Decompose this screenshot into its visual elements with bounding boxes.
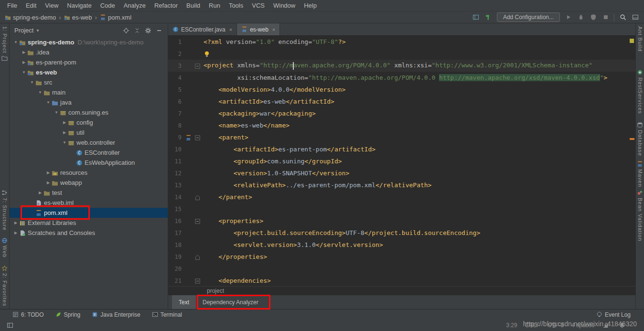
tree-item-util[interactable]: ▶util <box>10 128 168 138</box>
code-line-5[interactable]: 5 <modelVersion>4.0.0</modelVersion> <box>168 84 635 96</box>
tree-item-src[interactable]: ▼src <box>10 77 168 87</box>
add-configuration-button[interactable]: Add Configuration... <box>497 12 560 22</box>
tree-item-java[interactable]: ▼java <box>10 97 168 107</box>
collapse-all-icon[interactable] <box>133 26 141 34</box>
code-line-13[interactable]: 13 <relativePath>../es-parent-pom/pom.xm… <box>168 179 635 191</box>
tool-stripe-1-project[interactable]: 1: Project <box>0 26 9 61</box>
menu-navigate[interactable]: Navigate <box>63 0 96 11</box>
expand-arrow-icon[interactable]: ▶ <box>21 60 27 64</box>
code-line-19[interactable]: 19 </properties> <box>168 251 635 263</box>
project-panel-title[interactable]: Project <box>14 27 33 34</box>
close-icon[interactable]: × <box>272 27 275 32</box>
toolwindow-layout-icon[interactable] <box>472 13 480 21</box>
collapse-arrow-icon[interactable]: ▼ <box>53 110 60 115</box>
code-line-12[interactable]: 12 <version>1.0-SNAPSHOT</version> <box>168 167 635 179</box>
expand-arrow-icon[interactable]: ▶ <box>61 120 68 125</box>
menu-view[interactable]: View <box>41 0 63 11</box>
expand-arrow-icon[interactable]: ▶ <box>12 221 19 225</box>
run-icon[interactable] <box>564 13 572 21</box>
breadcrumb-item-pom-xml[interactable]: mpom.xml <box>100 14 131 21</box>
tool-stripe-ant-build[interactable]: Ant Build <box>636 26 644 52</box>
tree-item-com-suning-es[interactable]: ▼com.suning.es <box>10 107 168 117</box>
fold-end-icon[interactable] <box>193 253 202 260</box>
expand-arrow-icon[interactable]: ▶ <box>45 181 52 185</box>
tool-stripe-2-favorites[interactable]: 2: Favorites <box>0 265 9 306</box>
code-line-17[interactable]: 17 <project.build.sourceEncoding>UTF-8</… <box>168 227 635 239</box>
tree-item-idea[interactable]: ▶.idea <box>10 47 168 57</box>
close-icon[interactable]: × <box>229 27 232 32</box>
stop-icon[interactable] <box>601 13 610 21</box>
collapse-arrow-icon[interactable]: ▼ <box>21 70 27 75</box>
hide-panels-icon[interactable] <box>631 13 639 21</box>
fold-collapse-icon[interactable] <box>193 62 202 69</box>
breadcrumb-item-spring-es-demo[interactable]: spring-es-demo <box>5 14 56 21</box>
tree-item-resources[interactable]: ▶resources <box>10 168 168 178</box>
maven-gutter-icon[interactable]: m <box>183 134 193 141</box>
menu-run[interactable]: Run <box>204 0 225 11</box>
code-line-3[interactable]: 3<project xmlns="http://maven.apache.org… <box>168 60 635 72</box>
expand-arrow-icon[interactable]: ▶ <box>45 171 52 175</box>
collapse-arrow-icon[interactable]: ▼ <box>12 40 19 44</box>
status-widget-java-enterprise[interactable]: EJava Enterprise <box>92 311 140 318</box>
code-line-14[interactable]: 14 </parent> <box>168 191 635 203</box>
chevron-down-icon[interactable]: ▾ <box>36 28 39 33</box>
code-editor[interactable]: 1<?xml version="1.0" encoding="UTF-8"?>2… <box>168 36 635 286</box>
debug-icon[interactable] <box>577 13 585 21</box>
menu-build[interactable]: Build <box>182 0 204 11</box>
menu-window[interactable]: Window <box>269 0 300 11</box>
code-line-15[interactable]: 15 <box>168 203 635 215</box>
settings-gear-icon[interactable] <box>144 26 152 34</box>
coverage-icon[interactable] <box>589 13 597 21</box>
tree-item-es-web-iml[interactable]: es-web.iml <box>10 198 168 208</box>
tree-item-test[interactable]: ▶test <box>10 188 168 198</box>
expand-arrow-icon[interactable]: ▶ <box>21 50 27 54</box>
fold-collapse-icon[interactable] <box>193 134 202 141</box>
tree-item-pom-xml[interactable]: mpom.xml <box>10 208 168 218</box>
code-line-6[interactable]: 6 <artifactId>es-web</artifactId> <box>168 96 635 107</box>
select-opened-file-icon[interactable] <box>122 26 130 34</box>
tool-stripe-maven[interactable]: mMaven <box>636 161 644 187</box>
editor-view-tab-dependency-analyzer[interactable]: Dependency Analyzer <box>196 295 265 309</box>
expand-arrow-icon[interactable]: ▶ <box>37 191 43 195</box>
tool-stripe-bean-validation[interactable]: Bean Validation <box>636 190 644 241</box>
event-log-widget[interactable]: Event Log <box>596 311 631 318</box>
tree-item-external-libraries[interactable]: ▶External Libraries <box>10 218 168 228</box>
status-widget-spring[interactable]: Spring <box>55 311 81 318</box>
code-line-20[interactable]: 20 <box>168 263 635 275</box>
status-widget-terminal[interactable]: Terminal <box>152 311 182 318</box>
code-line-2[interactable]: 2 <box>168 48 635 60</box>
collapse-arrow-icon[interactable]: ▼ <box>37 90 43 95</box>
menu-file[interactable]: File <box>3 0 21 11</box>
tree-item-main[interactable]: ▼main <box>10 87 168 97</box>
tool-stripe-database[interactable]: Database <box>636 122 644 156</box>
code-line-4[interactable]: 4 xsi:schemaLocation="http://maven.apach… <box>168 72 635 84</box>
editor-view-tab-text[interactable]: Text <box>172 295 196 309</box>
menu-edit[interactable]: Edit <box>21 0 41 11</box>
tool-stripe-web[interactable]: Web <box>0 237 9 257</box>
hide-panel-icon[interactable] <box>155 26 163 34</box>
build-hammer-icon[interactable] <box>484 13 493 21</box>
scrollbar-warning-marker[interactable] <box>630 138 634 140</box>
menu-analyze[interactable]: Analyze <box>119 0 150 11</box>
code-line-16[interactable]: 16 <properties> <box>168 215 635 227</box>
expand-arrow-icon[interactable]: ▶ <box>12 231 19 235</box>
tree-item-config[interactable]: ▶config <box>10 117 168 128</box>
breadcrumb-element[interactable]: project <box>207 288 224 294</box>
toolwindow-toggle-icon[interactable] <box>6 321 14 330</box>
code-line-11[interactable]: 11 <groupId>com.suning</groupId> <box>168 155 635 167</box>
menu-code[interactable]: Code <box>96 0 119 11</box>
tree-item-eswebapplication[interactable]: CEsWebApplication <box>10 158 168 168</box>
code-line-18[interactable]: 18 <servlet.version>3.1.0</servlet.versi… <box>168 239 635 251</box>
tree-item-spring-es-demo[interactable]: ▼spring-es-demoD:\work\spring-es-demo <box>10 37 168 47</box>
inspection-status-marker[interactable] <box>630 39 634 43</box>
code-line-8[interactable]: 8 <name>es-web</name> <box>168 119 635 131</box>
fold-end-icon[interactable] <box>193 193 202 201</box>
tree-item-escontroller[interactable]: CESController <box>10 148 168 158</box>
code-line-1[interactable]: 1<?xml version="1.0" encoding="UTF-8"?> <box>168 36 635 48</box>
fold-collapse-icon[interactable] <box>193 217 202 224</box>
collapse-arrow-icon[interactable]: ▼ <box>61 140 68 145</box>
editor-tab-es-web[interactable]: mes-web× <box>237 23 280 35</box>
code-line-21[interactable]: 21 <dependencies> <box>168 275 635 286</box>
breadcrumb-item-es-web[interactable]: es-web <box>64 14 92 21</box>
search-everywhere-icon[interactable] <box>619 13 627 21</box>
